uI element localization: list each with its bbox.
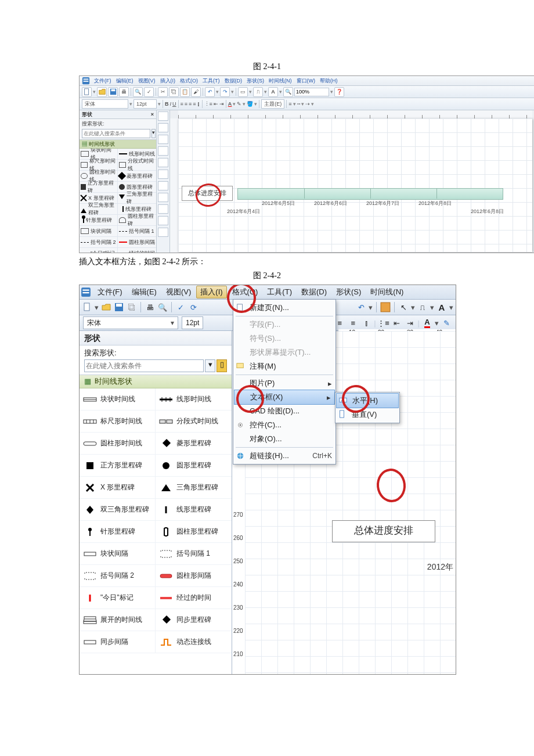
preview-icon[interactable]: 🔍: [133, 87, 143, 97]
list-item[interactable]: 线形时间线: [156, 388, 232, 411]
vtool-btn[interactable]: [158, 204, 168, 214]
menu-insert[interactable]: 插入(I): [196, 286, 226, 298]
dropdown-arrow-icon[interactable]: ▾: [369, 303, 373, 312]
distribute-icon[interactable]: ⫿: [360, 317, 372, 329]
menu-cad[interactable]: CAD 绘图(D)...: [233, 404, 335, 418]
menu-help[interactable]: 帮助(H): [318, 77, 340, 85]
shapes-window-icon[interactable]: [380, 302, 391, 312]
menu-shape[interactable]: 形状(S): [245, 77, 266, 85]
list-item[interactable]: "今日"标记: [80, 248, 118, 253]
shapes-category[interactable]: ▦ 时间线形状: [80, 375, 232, 388]
list-item[interactable]: 三角形里程碑: [118, 193, 156, 204]
format-painter-icon[interactable]: 🖌: [191, 87, 201, 97]
list-item[interactable]: X 形里程碑: [80, 477, 156, 499]
menu-file[interactable]: 文件(F): [92, 77, 113, 85]
bullets-icon[interactable]: ⋮≡: [378, 317, 389, 329]
vtool-btn[interactable]: [158, 146, 168, 156]
menu-tools[interactable]: 工具(T): [201, 77, 222, 85]
undo-icon[interactable]: ↶: [356, 302, 366, 312]
connector-icon[interactable]: ⎍: [253, 87, 263, 97]
timeline-bar[interactable]: [237, 188, 503, 200]
menu-picture[interactable]: 图片(P)▸: [233, 376, 335, 390]
pointer-tool-icon[interactable]: ↖: [398, 302, 409, 312]
vtool-btn[interactable]: [158, 158, 168, 167]
theme-select[interactable]: 主题(E): [261, 99, 284, 109]
open-icon[interactable]: [97, 87, 107, 97]
align-justify-icon[interactable]: ≡: [347, 317, 359, 329]
menu-timeline[interactable]: 时间线(N): [366, 286, 407, 298]
vtool-btn[interactable]: [158, 170, 168, 179]
submenu-horizontal[interactable]: A 水平(H): [336, 393, 399, 408]
open-icon[interactable]: [101, 302, 111, 312]
shapes-category[interactable]: ▦ 时间线形状: [80, 140, 156, 149]
menu-view[interactable]: 视图(V): [136, 77, 157, 85]
list-item[interactable]: 分段式时间线: [118, 160, 156, 171]
search-input[interactable]: [84, 359, 204, 372]
fill-color-icon[interactable]: 🪣: [247, 101, 253, 107]
align-justify-icon[interactable]: ≡: [193, 101, 196, 107]
save-icon[interactable]: [114, 302, 124, 312]
menu-edit[interactable]: 编辑(E): [128, 286, 161, 298]
dropdown-arrow-icon[interactable]: ▾: [95, 303, 99, 312]
copy-icon[interactable]: ⿻: [169, 87, 179, 97]
list-item[interactable]: 圆柱形里程碑: [118, 215, 156, 226]
text-tool-icon[interactable]: A: [268, 87, 278, 97]
help-icon[interactable]: ❓: [334, 87, 344, 97]
menu-control[interactable]: 控件(C)...: [233, 418, 335, 432]
list-item[interactable]: 块状时间线: [80, 388, 156, 411]
paste-icon[interactable]: 📋: [180, 87, 190, 97]
list-item[interactable]: 括号间隔 2: [80, 565, 156, 587]
list-item[interactable]: 针形里程碑: [80, 215, 118, 226]
menu-format[interactable]: 格式(O): [228, 286, 262, 298]
dropdown-arrow-icon[interactable]: ▾: [449, 303, 453, 312]
list-item[interactable]: 圆柱形里程碑: [156, 521, 232, 543]
align-center-icon[interactable]: ≡: [185, 101, 187, 107]
list-item[interactable]: 标尺形时间线: [80, 411, 156, 433]
align-left-icon[interactable]: ≡: [181, 101, 183, 107]
list-item[interactable]: 圆柱形时间线: [80, 433, 156, 455]
line-weight-icon[interactable]: ≡: [288, 101, 291, 107]
dropdown-arrow-icon[interactable]: ▾: [430, 303, 434, 312]
cut-icon[interactable]: ✂: [158, 87, 168, 97]
progress-textbox[interactable]: 总体进度安排: [332, 520, 435, 542]
search-input[interactable]: [82, 129, 150, 138]
list-item[interactable]: 经过的时间: [118, 248, 156, 253]
undo-icon[interactable]: ↶: [205, 87, 215, 97]
bullets-icon[interactable]: ⋮≡: [204, 101, 212, 107]
list-item[interactable]: 正方形里程碑: [80, 455, 156, 477]
list-item[interactable]: "今日"标记: [80, 587, 156, 609]
list-item[interactable]: 同步里程碑: [156, 609, 232, 631]
bold-icon[interactable]: B: [165, 101, 169, 107]
list-item[interactable]: 括号间隔 1: [156, 543, 232, 565]
close-icon[interactable]: ×: [151, 110, 154, 118]
list-item[interactable]: 圆柱形间隔: [156, 565, 232, 587]
text-tool-icon[interactable]: A: [436, 302, 447, 312]
menu-edit[interactable]: 编辑(E): [114, 77, 135, 85]
menu-format[interactable]: 格式(O): [178, 77, 200, 85]
save-icon[interactable]: [108, 87, 118, 97]
indent-icon[interactable]: ⇥: [219, 101, 224, 107]
preview-icon[interactable]: 🔍: [157, 302, 168, 312]
list-item[interactable]: 针形里程碑: [80, 521, 156, 543]
menu-timeline[interactable]: 时间线(N): [267, 77, 294, 85]
list-item[interactable]: 双三角形里程碑: [80, 499, 156, 521]
search-dropdown-icon[interactable]: ▾: [205, 359, 215, 372]
list-item[interactable]: 三角形里程碑: [156, 477, 232, 499]
submenu-vertical[interactable]: 垂直(V): [335, 408, 399, 422]
vtool-btn[interactable]: [158, 111, 168, 121]
font-color-icon[interactable]: A: [421, 317, 433, 329]
list-item[interactable]: 经过的时间: [156, 587, 232, 609]
research-icon[interactable]: ⟳: [188, 302, 199, 312]
menu-object[interactable]: 对象(O)...: [233, 432, 335, 446]
outdent-icon[interactable]: ⇤: [214, 101, 218, 107]
list-item[interactable]: 括号间隔 1: [118, 226, 156, 237]
dropdown-arrow-icon[interactable]: ▾: [411, 303, 415, 312]
fontsize-select[interactable]: 12pt: [134, 99, 157, 109]
menu-view[interactable]: 视图(V): [162, 286, 195, 298]
menu-textbox[interactable]: 文本框(X)▸: [234, 390, 335, 405]
search-dropdown-icon[interactable]: ▾: [151, 129, 156, 138]
menu-file[interactable]: 文件(F): [93, 286, 127, 298]
new-icon[interactable]: [82, 87, 92, 97]
drawing-canvas[interactable]: 总体进度安排 2012年6月4日 2012年6月5日 2012年6月6日 201…: [170, 110, 534, 253]
page[interactable]: [178, 118, 532, 252]
